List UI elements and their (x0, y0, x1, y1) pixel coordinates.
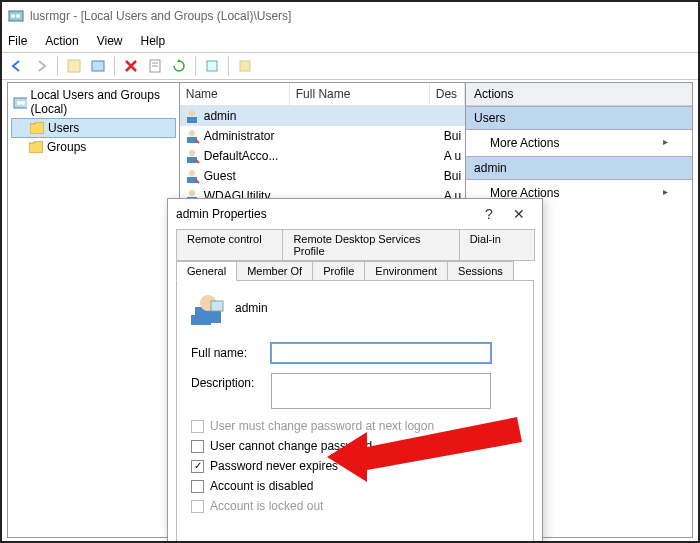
user-icon (184, 128, 200, 144)
chk-must-change-label: User must change password at next logon (210, 419, 434, 433)
chk-never-expires-label: Password never expires (210, 459, 338, 473)
user-row[interactable]: GuestBui (180, 166, 465, 186)
svg-point-13 (189, 110, 195, 116)
checkbox-icon (191, 500, 204, 513)
svg-rect-8 (207, 61, 217, 71)
tab-rds-profile[interactable]: Remote Desktop Services Profile (282, 229, 459, 261)
tree-users[interactable]: Users (11, 118, 176, 138)
dialog-title: admin Properties (176, 207, 474, 221)
window-titlebar: lusrmgr - [Local Users and Groups (Local… (2, 2, 698, 30)
svg-point-15 (189, 130, 195, 136)
svg-rect-26 (211, 301, 223, 311)
row-desc: Bui (444, 129, 461, 143)
folder-icon (29, 141, 43, 153)
svg-rect-25 (191, 315, 211, 325)
svg-point-21 (189, 190, 195, 196)
back-button[interactable] (6, 55, 28, 77)
chk-cannot-change-label: User cannot change password (210, 439, 372, 453)
chk-cannot-change[interactable]: User cannot change password (191, 439, 519, 453)
fullname-input[interactable] (271, 343, 491, 363)
tab-environment[interactable]: Environment (364, 261, 448, 281)
tab-remote-control[interactable]: Remote control (176, 229, 283, 261)
checkbox-icon (191, 420, 204, 433)
group-root-icon (13, 94, 27, 110)
svg-rect-14 (187, 117, 197, 123)
menu-view[interactable]: View (97, 34, 123, 48)
svg-point-1 (11, 14, 15, 18)
dialog-titlebar: admin Properties ? ✕ (168, 199, 542, 229)
window-title: lusrmgr - [Local Users and Groups (Local… (30, 9, 291, 23)
description-label: Description: (191, 373, 271, 390)
user-row[interactable]: AdministratorBui (180, 126, 465, 146)
chk-must-change: User must change password at next logon (191, 419, 519, 433)
chk-locked-out: Account is locked out (191, 499, 519, 513)
col-name[interactable]: Name (180, 83, 290, 105)
actions-section-admin: admin (466, 156, 692, 180)
svg-point-2 (16, 14, 20, 18)
chk-never-expires[interactable]: ✓ Password never expires (191, 459, 519, 473)
find-icon[interactable] (87, 55, 109, 77)
toolbar (2, 52, 698, 80)
forward-button[interactable] (30, 55, 52, 77)
chk-locked-out-label: Account is locked out (210, 499, 323, 513)
actions-header: Actions (466, 83, 692, 106)
row-name: Guest (204, 169, 304, 183)
properties-dialog: admin Properties ? ✕ Remote control Remo… (167, 198, 543, 542)
tab-sessions[interactable]: Sessions (447, 261, 514, 281)
tab-memberof[interactable]: Member Of (236, 261, 313, 281)
svg-point-17 (189, 150, 195, 156)
tree-groups-label: Groups (47, 140, 86, 154)
tab-row-top: Remote control Remote Desktop Services P… (176, 229, 534, 261)
svg-rect-3 (68, 60, 80, 72)
svg-rect-18 (187, 157, 197, 163)
folder-icon (30, 122, 44, 134)
svg-rect-16 (187, 137, 197, 143)
dialog-close-button[interactable]: ✕ (504, 206, 534, 222)
delete-icon[interactable] (120, 55, 142, 77)
user-row[interactable]: DefaultAcco...A u (180, 146, 465, 166)
tab-profile[interactable]: Profile (312, 261, 365, 281)
row-name: DefaultAcco... (204, 149, 304, 163)
checkbox-checked-icon[interactable]: ✓ (191, 460, 204, 473)
refresh-icon[interactable] (168, 55, 190, 77)
row-name: Administrator (204, 129, 304, 143)
svg-point-12 (21, 101, 25, 105)
list-header: Name Full Name Des (180, 83, 465, 106)
row-desc: A u (444, 149, 461, 163)
svg-rect-4 (92, 61, 104, 71)
app-icon (8, 8, 24, 24)
tree-groups[interactable]: Groups (11, 138, 176, 156)
user-icon (184, 108, 200, 124)
tab-dialin[interactable]: Dial-in (459, 229, 535, 261)
svg-rect-9 (240, 61, 250, 71)
svg-point-11 (17, 101, 21, 105)
tree-root[interactable]: Local Users and Groups (Local) (11, 86, 176, 118)
actions-more-users[interactable]: More Actions (466, 130, 692, 156)
actions-section-users: Users (466, 106, 692, 130)
menu-action[interactable]: Action (45, 34, 78, 48)
menu-file[interactable]: File (8, 34, 27, 48)
new-window-icon[interactable] (63, 55, 85, 77)
svg-point-19 (189, 170, 195, 176)
user-icon (184, 168, 200, 184)
user-row[interactable]: admin (180, 106, 465, 126)
chk-disabled[interactable]: Account is disabled (191, 479, 519, 493)
menu-help[interactable]: Help (141, 34, 166, 48)
checkbox-icon[interactable] (191, 480, 204, 493)
fullname-label: Full name: (191, 343, 271, 360)
col-desc[interactable]: Des (430, 83, 465, 105)
properties-icon[interactable] (144, 55, 166, 77)
tab-general[interactable]: General (176, 261, 237, 281)
export-list-icon[interactable] (201, 55, 223, 77)
tree-root-label: Local Users and Groups (Local) (31, 88, 174, 116)
svg-rect-20 (187, 177, 197, 183)
description-input[interactable] (271, 373, 491, 409)
chk-disabled-label: Account is disabled (210, 479, 313, 493)
col-fullname[interactable]: Full Name (290, 83, 430, 105)
help-topic-icon[interactable] (234, 55, 256, 77)
checkbox-icon[interactable] (191, 440, 204, 453)
user-icon (184, 148, 200, 164)
row-name: admin (204, 109, 304, 123)
row-desc: Bui (444, 169, 461, 183)
dialog-help-button[interactable]: ? (474, 206, 504, 222)
